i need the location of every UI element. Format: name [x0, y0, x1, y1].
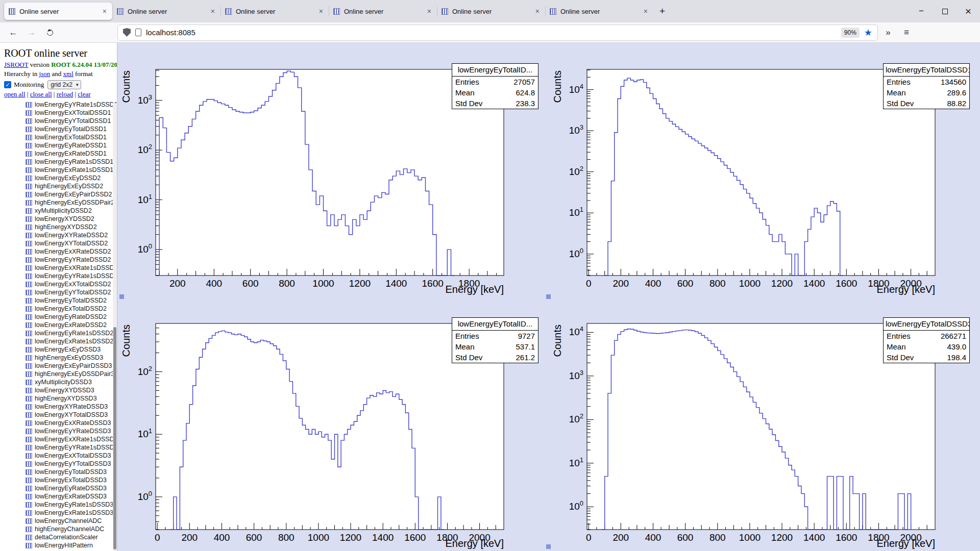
- tree-item[interactable]: lowEnergyEyYRateDSSD2: [26, 256, 117, 264]
- monitoring-checkbox[interactable]: ✓: [4, 81, 11, 88]
- tree-item[interactable]: highEnergyXYDSSD3: [26, 394, 117, 403]
- tree-item[interactable]: lowEnergyExXRate1sDSSD3: [26, 435, 117, 443]
- tree-item[interactable]: lowEnergyExRate1sDSSD3: [26, 509, 117, 517]
- reload-button[interactable]: [42, 24, 58, 41]
- sidebar-scrollbar[interactable]: [113, 103, 117, 551]
- tree-item[interactable]: lowEnergyExEyDSSD3: [26, 345, 117, 354]
- browser-tab[interactable]: Online server×: [329, 3, 437, 20]
- tree-item[interactable]: lowEnergyExXTotalDSSD1: [26, 109, 117, 117]
- browser-tab[interactable]: Online server×: [437, 3, 545, 20]
- tree-item[interactable]: lowEnergyExRateDSSD3: [26, 492, 117, 500]
- page-info-icon[interactable]: [135, 29, 141, 36]
- close-window-button[interactable]: ×: [957, 0, 980, 22]
- shield-icon[interactable]: [123, 28, 131, 37]
- browser-tab[interactable]: Online server×: [4, 3, 112, 20]
- maximize-button[interactable]: [933, 0, 957, 22]
- tree-item[interactable]: lowEnergyEyYRateDSSD3: [26, 427, 117, 435]
- scrollbar-thumb[interactable]: [113, 327, 116, 549]
- tree-item[interactable]: lowEnergyExTotalDSSD3: [26, 476, 117, 484]
- tree-item[interactable]: highEnergyChannelADC: [26, 525, 117, 533]
- tree-item[interactable]: lowEnergyXYTotalDSSD3: [26, 411, 117, 419]
- tree-item[interactable]: lowEnergyExXRateDSSD2: [26, 247, 117, 256]
- stats-box[interactable]: lowEnergyEyTotalDSSD3 Entries266271 Mean…: [883, 317, 970, 363]
- tree-item[interactable]: lowEnergyEyYTotalDSSD3: [26, 460, 117, 468]
- tab-close-icon[interactable]: ×: [102, 7, 108, 15]
- tab-close-icon[interactable]: ×: [643, 7, 649, 15]
- tree-item[interactable]: lowEnergyExRate1sDSSD2: [26, 337, 117, 345]
- tree-item[interactable]: highEnergyExEyDSSD3: [26, 354, 117, 362]
- minimize-button[interactable]: −: [910, 0, 933, 22]
- back-button[interactable]: ←: [5, 24, 21, 41]
- tree-item[interactable]: lowEnergyEyYRate1sDSSD1: [26, 101, 117, 109]
- tree-item[interactable]: lowEnergyEyRate1sDSSD2: [26, 329, 117, 337]
- tree-item[interactable]: lowEnergyEyYRate1sDSSD3: [26, 443, 117, 452]
- tree-item[interactable]: highEnergyExEyDSSDPair2: [26, 198, 117, 207]
- tree-item[interactable]: lowEnergyEyYTotalDSSD1: [26, 117, 117, 125]
- tree-item[interactable]: lowEnergyEyTotalDSSD2: [26, 296, 117, 305]
- xml-link[interactable]: xml: [63, 70, 74, 78]
- browser-tab[interactable]: Online server×: [545, 3, 653, 20]
- tree-item[interactable]: lowEnergyExXTotalDSSD3: [26, 452, 117, 460]
- url-bar[interactable]: localhost:8085 90% ★: [117, 24, 878, 41]
- tree-item[interactable]: lowEnergyEyRate1sDSSD3: [26, 500, 117, 509]
- tab-close-icon[interactable]: ×: [534, 7, 541, 15]
- tree-item[interactable]: lowEnergyXYTotalDSSD2: [26, 239, 117, 247]
- tree-item[interactable]: lowEnergyExEyDSSD2: [26, 174, 117, 182]
- tree-item[interactable]: lowEnergyXYRateDSSD2: [26, 231, 117, 239]
- bookmark-star-icon[interactable]: ★: [864, 27, 872, 38]
- tree-item[interactable]: lowEnergyEyYRate1sDSSD2: [26, 272, 117, 280]
- tree-item[interactable]: highEnergyExEyDSSDPair3: [26, 370, 117, 378]
- stats-box[interactable]: lowEnergyEyTotalDSSD1 Entries134560 Mean…: [883, 63, 970, 109]
- tab-close-icon[interactable]: ×: [210, 7, 216, 15]
- json-link[interactable]: json: [39, 70, 51, 78]
- tree-item[interactable]: lowEnergyExEyPairDSSD3: [26, 362, 117, 370]
- tree-item[interactable]: highEnergyXYDSSD2: [26, 223, 117, 231]
- tab-close-icon[interactable]: ×: [318, 7, 324, 15]
- tree-item[interactable]: lowEnergyEyYTotalDSSD2: [26, 288, 117, 296]
- sidebar-link-clear[interactable]: clear: [78, 90, 90, 98]
- sidebar-link-close-all[interactable]: close all: [30, 90, 52, 98]
- url-text[interactable]: localhost:8085: [146, 28, 837, 37]
- tree-item[interactable]: lowEnergyEyRateDSSD2: [26, 313, 117, 321]
- tree-item[interactable]: lowEnergyExXTotalDSSD2: [26, 280, 117, 288]
- stats-box[interactable]: lowEnergyEyTotalID... Entries27057 Mean6…: [452, 63, 538, 109]
- tree-item[interactable]: lowEnergyXYDSSD2: [26, 215, 117, 223]
- app-menu-button[interactable]: ≡: [898, 24, 915, 41]
- tree-item[interactable]: lowEnergyXYDSSD3: [26, 386, 117, 394]
- grid-resize-handle[interactable]: [546, 544, 551, 549]
- tree-item[interactable]: xyMultiplicityDSSD3: [26, 378, 117, 386]
- tree-item[interactable]: lowEnergyExXRate1sDSSD2: [26, 264, 117, 272]
- tree-item[interactable]: lowEnergyExEyPairDSSD2: [26, 190, 117, 198]
- overflow-menu-button[interactable]: »: [880, 24, 896, 41]
- tree-item[interactable]: lowEnergyHitPattern: [26, 541, 117, 549]
- forward-button[interactable]: →: [23, 24, 40, 41]
- tree-item[interactable]: lowEnergyEyRateDSSD3: [26, 484, 117, 492]
- zoom-level-badge[interactable]: 90%: [841, 28, 860, 38]
- tree-item[interactable]: lowEnergyEyTotalDSSD1: [26, 125, 117, 133]
- grid-resize-handle[interactable]: [119, 294, 124, 299]
- tree-item[interactable]: lowEnergyEyTotalDSSD3: [26, 468, 117, 476]
- tree-item[interactable]: xyMultiplicityDSSD2: [26, 207, 117, 215]
- tree-item[interactable]: lowEnergyEyRateDSSD1: [26, 141, 117, 149]
- tree-item[interactable]: lowEnergyExRate1sDSSD1: [26, 166, 117, 174]
- sidebar-link-reload[interactable]: reload: [57, 90, 73, 98]
- tree-item[interactable]: lowEnergyEyRate1sDSSD1: [26, 158, 117, 166]
- tree-item[interactable]: lowEnergyExTotalDSSD2: [26, 305, 117, 313]
- jsroot-link[interactable]: JSROOT: [4, 61, 28, 68]
- tree-item[interactable]: lowEnergyExTotalDSSD1: [26, 133, 117, 141]
- browser-tab[interactable]: Online server×: [112, 3, 220, 20]
- tree-item[interactable]: lowEnergyChannelADC: [26, 517, 117, 525]
- browser-tab[interactable]: Online server×: [220, 3, 329, 20]
- stats-box[interactable]: lowEnergyEyTotalID... Entries9727 Mean53…: [452, 317, 538, 363]
- tree-item[interactable]: lowEnergyXYRateDSSD3: [26, 403, 117, 411]
- tab-close-icon[interactable]: ×: [426, 7, 432, 15]
- tree-item[interactable]: deltaCorrelationScaler: [26, 533, 117, 541]
- tree-item[interactable]: lowEnergyExRateDSSD1: [26, 149, 117, 158]
- tree-item[interactable]: lowEnergyExRateDSSD2: [26, 321, 117, 329]
- grid-resize-handle[interactable]: [546, 294, 551, 299]
- tree-item[interactable]: lowEnergyExXRateDSSD3: [26, 419, 117, 427]
- layout-select[interactable]: grid 2x2 ▾: [47, 80, 81, 89]
- new-tab-button[interactable]: +: [653, 6, 671, 17]
- sidebar-link-open-all[interactable]: open all: [4, 90, 26, 98]
- tree-item[interactable]: highEnergyExEyDSSD2: [26, 182, 117, 190]
